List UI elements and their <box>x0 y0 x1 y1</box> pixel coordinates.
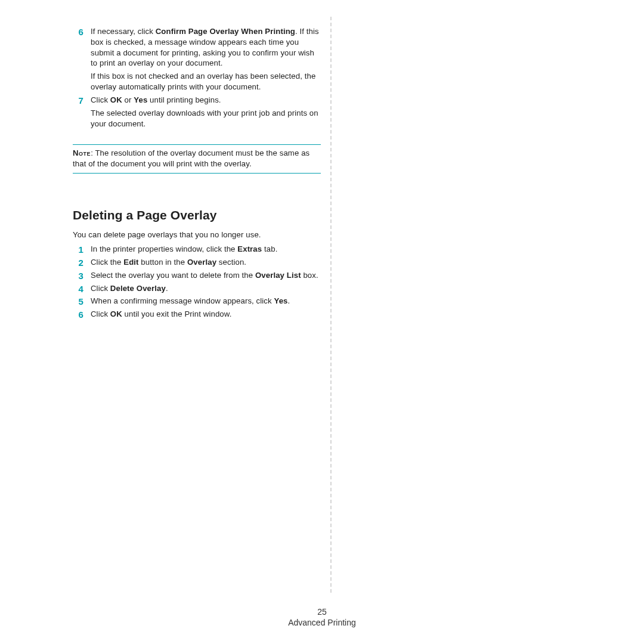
step-number-6b: 6 <box>73 309 91 321</box>
step-7-para-1: Click OK or Yes until printing begins. <box>91 95 321 106</box>
b-step-4-text: Click Delete Overlay. <box>91 283 321 294</box>
text: Select the overlay you want to delete fr… <box>91 271 255 280</box>
term-ok: OK <box>110 95 122 104</box>
b-step-5-text: When a confirming message window appears… <box>91 296 321 306</box>
note-text: : The resolution of the overlay document… <box>73 148 309 168</box>
text: . <box>166 284 168 293</box>
text: section. <box>216 258 246 267</box>
text: Click <box>91 95 110 104</box>
step-number-3: 3 <box>73 270 91 282</box>
b-step-1-text: In the printer properties window, click … <box>91 244 321 255</box>
step-body: Click Delete Overlay. <box>91 283 321 296</box>
text: Click the <box>91 258 123 267</box>
term-confirm-page-overlay: Confirm Page Overlay When Printing <box>156 27 295 36</box>
text: If necessary, click <box>91 27 156 36</box>
b-step-4: 4 Click Delete Overlay. <box>73 283 321 296</box>
b-step-1: 1 In the printer properties window, clic… <box>73 244 321 257</box>
step-number-4: 4 <box>73 283 91 295</box>
term-overlay-list: Overlay List <box>255 271 301 280</box>
term-overlay: Overlay <box>187 258 216 267</box>
b-step-5: 5 When a confirming message window appea… <box>73 296 321 309</box>
step-body: If necessary, click Confirm Page Overlay… <box>91 26 321 95</box>
note-label: Note <box>73 148 91 157</box>
text: . <box>288 296 290 305</box>
term-yes: Yes <box>274 296 288 305</box>
text: until you exit the Print window. <box>122 309 232 318</box>
left-column: 6 If necessary, click Confirm Page Overl… <box>73 26 321 322</box>
step-body: Select the overlay you want to delete fr… <box>91 270 321 283</box>
step-body: Click OK or Yes until printing begins. T… <box>91 95 321 131</box>
step-7: 7 Click OK or Yes until printing begins.… <box>73 95 321 131</box>
step-gutter: 4 <box>73 283 91 296</box>
section-intro: You can delete page overlays that you no… <box>73 230 321 240</box>
heading-deleting-overlay: Deleting a Page Overlay <box>73 207 321 224</box>
text: In the printer properties window, click … <box>91 244 237 253</box>
text: box. <box>301 271 318 280</box>
b-step-3-text: Select the overlay you want to delete fr… <box>91 270 321 281</box>
step-body: In the printer properties window, click … <box>91 244 321 257</box>
step-gutter: 6 <box>73 309 91 322</box>
step-gutter: 1 <box>73 244 91 257</box>
step-6-para-1: If necessary, click Confirm Page Overlay… <box>91 26 321 69</box>
step-gutter: 2 <box>73 257 91 270</box>
text: until printing begins. <box>147 95 221 104</box>
b-step-2: 2 Click the Edit button in the Overlay s… <box>73 257 321 270</box>
b-step-2-text: Click the Edit button in the Overlay sec… <box>91 257 321 268</box>
step-number-7: 7 <box>73 95 91 107</box>
text: Click <box>91 284 110 293</box>
note-box: Note: The resolution of the overlay docu… <box>73 144 321 174</box>
step-body: When a confirming message window appears… <box>91 296 321 309</box>
text: button in the <box>139 258 187 267</box>
step-number-5: 5 <box>73 296 91 308</box>
column-divider <box>330 17 332 593</box>
step-7-para-2: The selected overlay downloads with your… <box>91 108 321 129</box>
text: or <box>122 95 134 104</box>
footer-title: Advanced Printing <box>288 618 356 627</box>
text: Click <box>91 309 110 318</box>
b-step-6-text: Click OK until you exit the Print window… <box>91 309 321 320</box>
step-gutter: 3 <box>73 270 91 283</box>
page-number: 25 <box>0 607 644 617</box>
step-6-para-2: If this box is not checked and an overla… <box>91 71 321 92</box>
step-gutter: 5 <box>73 296 91 309</box>
text: tab. <box>262 244 277 253</box>
step-number-2: 2 <box>73 257 91 269</box>
b-step-3: 3 Select the overlay you want to delete … <box>73 270 321 283</box>
term-yes: Yes <box>134 95 147 104</box>
step-number-1: 1 <box>73 244 91 256</box>
page: 6 If necessary, click Confirm Page Overl… <box>0 0 644 644</box>
step-gutter: 6 <box>73 26 91 95</box>
text: When a confirming message window appears… <box>91 296 274 305</box>
step-body: Click the Edit button in the Overlay sec… <box>91 257 321 270</box>
term-edit: Edit <box>123 258 138 267</box>
step-number-6: 6 <box>73 26 91 38</box>
step-body: Click OK until you exit the Print window… <box>91 309 321 322</box>
term-ok: OK <box>110 309 122 318</box>
step-6: 6 If necessary, click Confirm Page Overl… <box>73 26 321 95</box>
term-delete-overlay: Delete Overlay <box>110 284 166 293</box>
page-footer: 25 Advanced Printing <box>0 607 644 627</box>
b-step-6: 6 Click OK until you exit the Print wind… <box>73 309 321 322</box>
step-gutter: 7 <box>73 95 91 131</box>
term-extras: Extras <box>237 244 262 253</box>
